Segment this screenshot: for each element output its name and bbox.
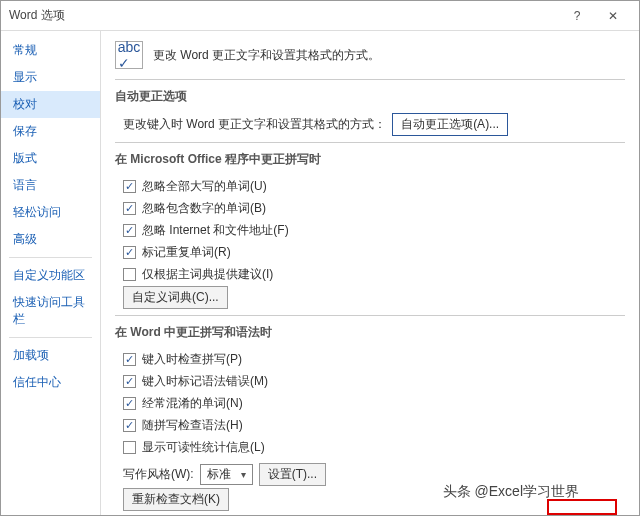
titlebar: Word 选项 ? ✕ [1, 1, 639, 31]
checkbox-flag-repeated[interactable] [123, 246, 136, 259]
sidebar-item-quick-access[interactable]: 快速访问工具栏 [1, 289, 100, 333]
main-panel: abc✓ 更改 Word 更正文字和设置其格式的方式。 自动更正选项 更改键入时… [101, 31, 639, 515]
sidebar: 常规 显示 校对 保存 版式 语言 轻松访问 高级 自定义功能区 快速访问工具栏… [1, 31, 101, 515]
sidebar-item-proofing[interactable]: 校对 [1, 91, 100, 118]
recheck-doc-button[interactable]: 重新检查文档(K) [123, 488, 229, 511]
checkbox-grammar-with-spelling[interactable] [123, 419, 136, 432]
autocorrect-desc: 更改键入时 Word 更正文字和设置其格式的方式： [123, 116, 386, 133]
sidebar-item-layout[interactable]: 版式 [1, 145, 100, 172]
sidebar-item-language[interactable]: 语言 [1, 172, 100, 199]
sidebar-item-trust[interactable]: 信任中心 [1, 369, 100, 396]
writing-style-label: 写作风格(W): [123, 466, 194, 483]
section-msoffice-title: 在 Microsoft Office 程序中更正拼写时 [115, 149, 625, 174]
checkbox-readability-stats[interactable] [123, 441, 136, 454]
label: 忽略全部大写的单词(U) [142, 178, 267, 195]
annotation-highlight [547, 499, 617, 515]
checkbox-confused-words[interactable] [123, 397, 136, 410]
sidebar-separator [9, 257, 92, 258]
proofing-icon: abc✓ [115, 41, 143, 69]
label: 随拼写检查语法(H) [142, 417, 243, 434]
sidebar-item-general[interactable]: 常规 [1, 37, 100, 64]
label: 显示可读性统计信息(L) [142, 439, 265, 456]
label: 键入时检查拼写(P) [142, 351, 242, 368]
checkbox-ignore-uppercase[interactable] [123, 180, 136, 193]
settings-button[interactable]: 设置(T)... [259, 463, 326, 486]
sidebar-item-advanced[interactable]: 高级 [1, 226, 100, 253]
close-button[interactable]: ✕ [595, 1, 631, 31]
label: 经常混淆的单词(N) [142, 395, 243, 412]
checkbox-check-spelling-type[interactable] [123, 353, 136, 366]
page-header: 更改 Word 更正文字和设置其格式的方式。 [153, 47, 380, 64]
sidebar-item-customize-ribbon[interactable]: 自定义功能区 [1, 262, 100, 289]
sidebar-separator [9, 337, 92, 338]
writing-style-dropdown[interactable]: 标准 [200, 464, 253, 485]
label: 忽略包含数字的单词(B) [142, 200, 266, 217]
help-button[interactable]: ? [559, 1, 595, 31]
section-wordspell-title: 在 Word 中更正拼写和语法时 [115, 322, 625, 347]
sidebar-item-display[interactable]: 显示 [1, 64, 100, 91]
checkbox-ignore-numbers[interactable] [123, 202, 136, 215]
section-autocorrect-title: 自动更正选项 [115, 86, 625, 111]
custom-dict-button[interactable]: 自定义词典(C)... [123, 286, 228, 309]
label: 仅根据主词典提供建议(I) [142, 266, 273, 283]
label: 标记重复单词(R) [142, 244, 231, 261]
checkbox-mark-grammar-type[interactable] [123, 375, 136, 388]
sidebar-item-addins[interactable]: 加载项 [1, 342, 100, 369]
checkbox-ignore-internet[interactable] [123, 224, 136, 237]
checkbox-main-dict-only[interactable] [123, 268, 136, 281]
autocorrect-options-button[interactable]: 自动更正选项(A)... [392, 113, 508, 136]
sidebar-item-save[interactable]: 保存 [1, 118, 100, 145]
sidebar-item-ease[interactable]: 轻松访问 [1, 199, 100, 226]
label: 键入时标记语法错误(M) [142, 373, 268, 390]
label: 忽略 Internet 和文件地址(F) [142, 222, 289, 239]
window-title: Word 选项 [9, 7, 559, 24]
